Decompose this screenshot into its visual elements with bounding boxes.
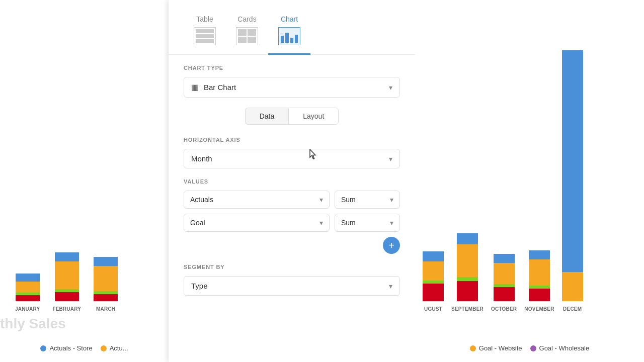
chart-type-value: Bar Chart [204,83,236,92]
legend-label-goal-website: Goal - Website [479,344,522,352]
actuals-field-chevron: ▾ [319,196,323,204]
segment-by-label: SEGMENT BY [184,264,400,270]
view-chart[interactable]: Chart [268,10,310,55]
horizontal-axis-label: HORIZONTAL AXIS [184,137,400,143]
month-label-october: OCTOBER [491,306,517,312]
add-value-button[interactable]: + [383,237,400,254]
segment-by-value: Type [191,282,208,290]
chart-type-dropdown[interactable]: ▦ Bar Chart ▾ [184,77,400,98]
month-label-november: NOVEMBER [524,306,554,312]
legend-actuals: Actu... [101,344,128,352]
horizontal-axis-value: Month [191,154,212,163]
right-legend: Goal - Website Goal - Wholesale [415,344,644,352]
month-label: FEBRUARY [52,306,81,312]
settings-panel: Table Cards Chart [169,0,415,362]
value-row-goal: Goal ▾ Sum ▾ [184,214,400,232]
goal-field-chevron: ▾ [319,219,323,227]
legend-label-actuals: Actu... [110,344,128,352]
horizontal-axis-chevron: ▾ [389,155,392,163]
view-cards[interactable]: Cards [226,10,268,55]
horizontal-axis-section: HORIZONTAL AXIS Month ▾ [184,137,400,168]
goal-field-label: Goal [190,219,205,227]
bar-august: UGUST [423,251,444,312]
tab-data[interactable]: Data [245,108,289,125]
bar-october: OCTOBER [491,254,517,312]
table-icon [194,27,216,45]
horizontal-axis-dropdown[interactable]: Month ▾ [184,149,400,168]
legend-label-goal-wholesale: Goal - Wholesale [539,344,590,352]
legend-dot-goal-wholesale [530,345,536,351]
actuals-agg-dropdown[interactable]: Sum ▾ [335,191,400,209]
segment-by-chevron: ▾ [389,282,392,290]
bar-february: FEBRUARY [52,252,81,312]
bar-march: MARCH [94,257,118,312]
bar-september: SEPTEMBER [451,233,484,312]
legend-goal-wholesale: Goal - Wholesale [530,344,590,352]
panel-content: CHART TYPE ▦ Bar Chart ▾ Data Layout HOR… [169,55,415,362]
goal-agg-label: Sum [341,219,356,227]
chart-type-left: ▦ Bar Chart [191,82,236,92]
goal-field-dropdown[interactable]: Goal ▾ [184,214,330,232]
chart-type-chevron: ▾ [389,83,392,92]
tab-group: Data Layout [184,108,400,125]
view-chart-label: Chart [281,15,298,23]
view-cards-label: Cards [237,15,256,23]
actuals-field-dropdown[interactable]: Actuals ▾ [184,191,330,209]
bar-chart-icon: ▦ [191,82,199,92]
month-label: JANUARY [15,306,40,312]
chart-title: thly Sales [0,316,66,332]
legend-dot-goal-website [470,345,476,351]
legend-dot-actuals-store [40,345,46,351]
bar-january: JANUARY [15,274,40,312]
legend-actuals-store: Actuals - Store [40,344,92,352]
view-table[interactable]: Table [184,10,226,55]
bar-november: NOVEMBER [524,250,554,312]
legend-dot-actuals [101,345,107,351]
right-chart-area: UGUST SEPTEMBER OCTOBER [415,0,644,362]
month-label-december: DECEM [563,306,582,312]
month-label-august: UGUST [424,306,442,312]
chart-type-label: CHART TYPE [184,65,400,71]
left-legend: Actuals - Store Actu... [0,344,169,352]
values-section: VALUES Actuals ▾ Sum ▾ Goal ▾ [184,178,400,254]
actuals-field-label: Actuals [190,196,213,204]
goal-agg-chevron: ▾ [390,219,393,227]
view-table-label: Table [196,15,213,23]
left-chart-area: JANUARY FEBRUARY MARCH Ac [0,0,169,362]
bar-december: DECEM [562,50,583,312]
add-value-container: + [184,237,400,254]
month-label-september: SEPTEMBER [451,306,484,312]
chart-icon [278,27,300,45]
actuals-agg-label: Sum [341,196,356,204]
add-icon: + [388,240,394,250]
month-label: MARCH [96,306,115,312]
legend-goal-website: Goal - Website [470,344,522,352]
segment-section: SEGMENT BY Type ▾ [184,264,400,296]
view-selector: Table Cards Chart [169,0,415,55]
tab-layout[interactable]: Layout [288,108,339,125]
segment-by-dropdown[interactable]: Type ▾ [184,276,400,296]
actuals-agg-chevron: ▾ [390,196,393,204]
cards-icon [236,27,258,45]
value-row-actuals: Actuals ▾ Sum ▾ [184,191,400,209]
goal-agg-dropdown[interactable]: Sum ▾ [335,214,400,232]
values-label: VALUES [184,178,400,185]
legend-label-actuals-store: Actuals - Store [49,344,92,352]
